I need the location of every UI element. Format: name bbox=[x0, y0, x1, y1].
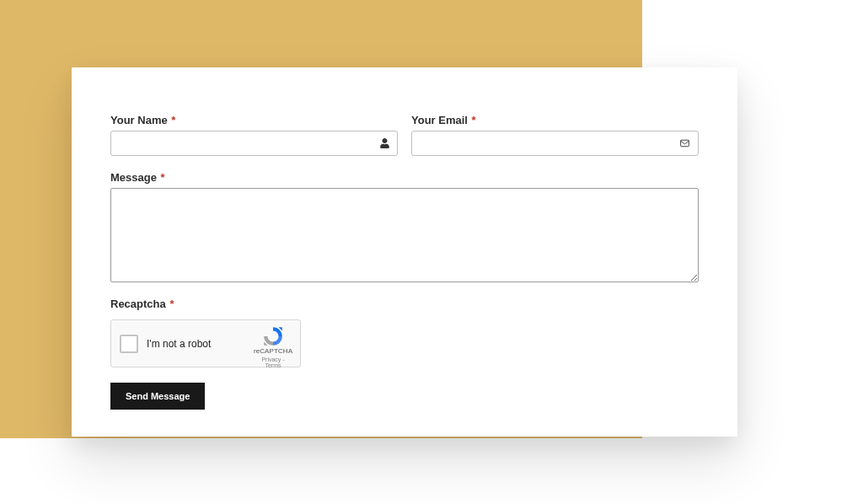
message-label: Message * bbox=[110, 171, 699, 184]
message-textarea[interactable] bbox=[110, 188, 699, 282]
email-field-group: Your Email * bbox=[411, 114, 699, 156]
email-input[interactable] bbox=[411, 131, 699, 156]
recaptcha-label: Recaptcha * bbox=[110, 298, 699, 310]
recaptcha-brand-text: reCAPTCHA bbox=[253, 348, 293, 355]
recaptcha-logo-icon bbox=[262, 325, 284, 347]
recaptcha-label-text: Recaptcha bbox=[110, 298, 166, 310]
required-asterisk: * bbox=[161, 171, 165, 184]
message-label-text: Message bbox=[110, 171, 157, 184]
name-input-wrap bbox=[110, 131, 398, 156]
email-input-wrap bbox=[411, 131, 699, 156]
recaptcha-terms-text: Privacy - Terms bbox=[253, 357, 293, 368]
name-label-text: Your Name bbox=[110, 114, 168, 126]
required-asterisk: * bbox=[472, 114, 476, 126]
message-field-group: Message * bbox=[110, 171, 699, 282]
required-asterisk: * bbox=[171, 114, 175, 126]
name-field-group: Your Name * bbox=[110, 114, 398, 156]
recaptcha-branding: reCAPTCHA Privacy - Terms bbox=[253, 325, 293, 368]
send-message-button[interactable]: Send Message bbox=[110, 383, 205, 410]
name-label: Your Name * bbox=[110, 114, 398, 126]
required-asterisk: * bbox=[169, 298, 174, 310]
recaptcha-widget: I'm not a robot reCAPTCHA Privacy - Term… bbox=[110, 319, 301, 367]
email-label: Your Email * bbox=[411, 114, 699, 126]
name-input[interactable] bbox=[110, 131, 398, 156]
recaptcha-field-group: Recaptcha * I'm not a robot reCAPTCHA Pr… bbox=[110, 298, 699, 367]
contact-form-card: Your Name * Your Email * bbox=[72, 67, 737, 437]
recaptcha-checkbox-label: I'm not a robot bbox=[147, 338, 211, 350]
recaptcha-checkbox[interactable] bbox=[120, 335, 138, 353]
email-label-text: Your Email bbox=[411, 114, 468, 126]
